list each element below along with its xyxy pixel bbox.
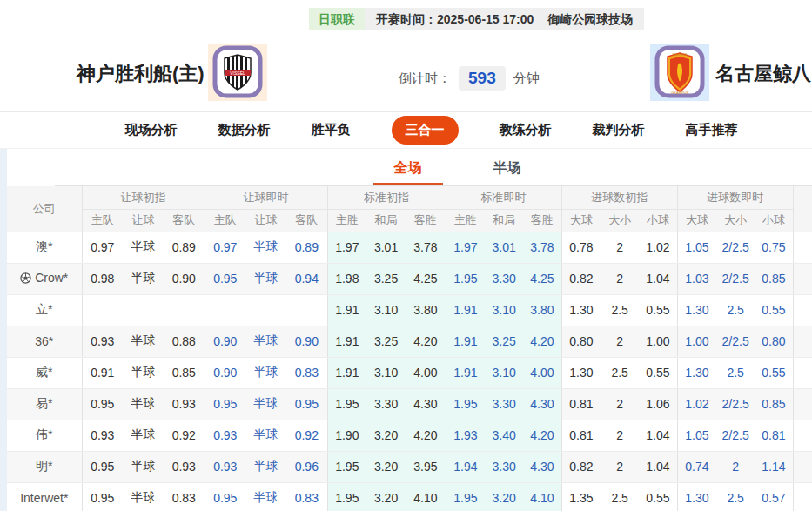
odds-cell: 半球 xyxy=(245,326,286,357)
odds-cell: 4.30 xyxy=(406,388,446,420)
svg-text:GRAMPUS: GRAMPUS xyxy=(671,91,689,95)
odds-cell: 0.83 xyxy=(164,482,205,511)
detail-link[interactable]: 详 xyxy=(793,482,812,511)
tab-referee-analysis[interactable]: 裁判分析 xyxy=(593,122,645,138)
detail-link[interactable]: 详 xyxy=(793,420,812,451)
tab-live-analysis[interactable]: 现场分析 xyxy=(125,122,178,138)
kickoff-time: 开赛时间：2025-06-15 17:00 xyxy=(376,11,534,27)
odds-cell: 0.55 xyxy=(639,294,677,326)
odds-cell: 2 xyxy=(601,326,639,357)
odds-cell: 3.30 xyxy=(485,263,523,294)
odds-cell: 1.98 xyxy=(327,263,366,294)
detail-link[interactable]: 详 xyxy=(793,357,812,388)
kickoff-bar: 开赛时间：2025-06-15 17:00 御崎公园球技场 xyxy=(365,8,644,30)
odds-cell: 3.20 xyxy=(366,420,406,451)
detail-link[interactable]: 详 xyxy=(793,294,812,326)
league-badge[interactable]: 日职联 xyxy=(309,8,365,30)
tab-coach-analysis[interactable]: 教练分析 xyxy=(500,122,552,138)
col-header: 客胜 xyxy=(406,209,446,232)
odds-cell: 0.95 xyxy=(286,388,327,420)
odds-cell: 半球 xyxy=(123,232,164,263)
odds-cell: 4.30 xyxy=(523,451,561,482)
odds-cell: 3.01 xyxy=(366,232,406,263)
odds-cell: 0.90 xyxy=(205,357,245,388)
odds-cell xyxy=(205,294,245,326)
detail-header xyxy=(793,186,812,232)
odds-cell: 4.10 xyxy=(406,482,446,511)
odds-cell: 1.30 xyxy=(677,482,716,511)
odds-cell: 4.20 xyxy=(406,326,446,357)
odds-cell: 0.92 xyxy=(164,420,205,451)
odds-card: 全场 半场 公司 让球初指 让球即时 标准初指 标准即时 进球数初指 进球数即时 xyxy=(7,149,812,511)
odds-cell: 1.06 xyxy=(639,388,677,420)
detail-link[interactable]: 详 xyxy=(793,232,812,263)
odds-cell: 1.30 xyxy=(561,357,601,388)
period-subtabs: 全场 半场 xyxy=(55,149,812,186)
odds-cell: 3.95 xyxy=(406,451,446,482)
odds-cell: 1.00 xyxy=(677,326,716,357)
odds-cell: 1.00 xyxy=(639,326,677,357)
col-header: 小球 xyxy=(755,209,793,232)
col-header: 主队 xyxy=(82,209,123,232)
subtab-full-match[interactable]: 全场 xyxy=(373,149,443,185)
odds-cell: 0.74 xyxy=(677,451,716,482)
tab-expert-picks[interactable]: 高手推荐 xyxy=(686,122,738,138)
ball-icon xyxy=(20,272,31,286)
odds-cell: 半球 xyxy=(245,451,286,482)
odds-cell: 4.20 xyxy=(523,420,561,451)
detail-link[interactable]: 详 xyxy=(793,326,812,357)
odds-cell xyxy=(123,294,164,326)
odds-cell: 半球 xyxy=(123,263,164,294)
odds-cell: 3.20 xyxy=(366,451,406,482)
col-header: 大小 xyxy=(601,209,639,232)
odds-cell: 3.80 xyxy=(523,294,561,326)
odds-cell: 0.55 xyxy=(639,357,677,388)
table-header-cols: 主队 让球 客队 主队 让球 客队 主胜 和局 客胜 主胜 和局 客胜 大球 大… xyxy=(7,209,812,232)
odds-cell: 1.02 xyxy=(639,232,677,263)
odds-cell: 1.91 xyxy=(446,326,485,357)
detail-link[interactable]: 详 xyxy=(793,263,812,294)
odds-cell: 0.94 xyxy=(286,263,327,294)
odds-cell: 2 xyxy=(601,388,639,420)
tab-data-analysis[interactable]: 数据分析 xyxy=(218,122,271,138)
vissel-kobe-logo: VISSEL xyxy=(208,44,267,104)
company-cell: Crow* xyxy=(7,263,82,294)
group-header-goals-initial: 进球数初指 xyxy=(561,186,677,209)
tab-win-draw-lose[interactable]: 胜平负 xyxy=(312,122,351,138)
odds-cell: 0.97 xyxy=(205,232,245,263)
group-header-handicap-live: 让球即时 xyxy=(205,186,327,209)
odds-cell: 4.00 xyxy=(406,357,446,388)
odds-cell: 半球 xyxy=(245,232,286,263)
odds-cell: 半球 xyxy=(123,420,164,451)
odds-cell: 半球 xyxy=(245,482,286,511)
odds-cell: 0.57 xyxy=(755,482,793,511)
group-header-handicap-initial: 让球初指 xyxy=(82,186,205,209)
odds-cell: 1.03 xyxy=(677,263,716,294)
col-header: 和局 xyxy=(366,209,406,232)
odds-cell: 0.93 xyxy=(82,326,123,357)
subtab-half-match[interactable]: 半场 xyxy=(473,149,542,185)
detail-link[interactable]: 详 xyxy=(793,451,812,482)
company-cell: 36* xyxy=(7,326,82,357)
match-info-bar: 日职联 开赛时间：2025-06-15 17:00 御崎公园球技场 xyxy=(309,8,644,30)
company-cell: 立* xyxy=(7,294,82,326)
odds-cell: 0.80 xyxy=(561,326,601,357)
odds-cell: 3.10 xyxy=(485,357,523,388)
group-header-standard-live: 标准即时 xyxy=(446,186,561,209)
odds-cell: 4.20 xyxy=(406,420,446,451)
detail-link[interactable]: 详 xyxy=(793,388,812,420)
odds-cell xyxy=(82,294,123,326)
odds-cell: 4.25 xyxy=(406,263,446,294)
tab-three-in-one[interactable]: 三合一 xyxy=(392,116,459,145)
odds-cell: 3.10 xyxy=(366,294,406,326)
odds-cell: 3.30 xyxy=(485,451,523,482)
odds-cell: 0.55 xyxy=(639,482,677,511)
odds-cell: 3.78 xyxy=(523,232,561,263)
odds-cell: 3.10 xyxy=(485,294,523,326)
odds-table-body: 澳*0.97半球0.890.97半球0.891.973.013.781.973.… xyxy=(7,232,812,511)
odds-cell: 0.81 xyxy=(561,388,601,420)
odds-cell xyxy=(164,294,205,326)
group-header-goals-live: 进球数即时 xyxy=(677,186,793,209)
odds-cell: 0.82 xyxy=(561,451,601,482)
odds-cell: 0.81 xyxy=(561,420,601,451)
